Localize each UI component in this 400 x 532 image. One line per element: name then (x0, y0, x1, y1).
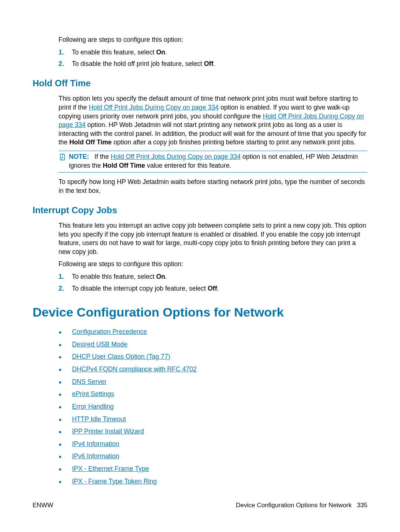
toc-link[interactable]: Desired USB Mode (72, 340, 127, 349)
hold-paragraph-2: To specify how long HP Web Jetadmin wait… (59, 178, 367, 195)
step-number: 1. (59, 272, 72, 281)
heading-device-config-network: Device Configuration Options for Network (33, 304, 367, 321)
toc-link[interactable]: IPX - Frame Type Token Ring (72, 477, 157, 486)
footer-right: Device Configuration Options for Network… (236, 501, 367, 510)
bullet-icon: ● (59, 379, 61, 386)
bullet-icon: ● (59, 478, 61, 485)
toc-link[interactable]: HTTP Idle Timeout (72, 415, 126, 424)
steps-list-2: 1. To enable this feature, select On. 2.… (59, 272, 367, 293)
step-number: 1. (59, 48, 72, 57)
toc-link[interactable]: Error Handling (72, 402, 114, 411)
toc-item: ●Error Handling (59, 402, 367, 411)
toc-link[interactable]: DNS Server (72, 378, 106, 387)
toc-item: ●IPX - Frame Type Token Ring (59, 477, 367, 486)
toc-item: ●Configuration Precedence (59, 328, 367, 337)
step-1: 1. To enable this feature, select On. (59, 48, 367, 57)
step-1: 1. To enable this feature, select On. (59, 272, 367, 281)
toc-item: ●HTTP Idle Timeout (59, 415, 367, 424)
bullet-icon: ● (59, 329, 61, 336)
heading-hold-off-time: Hold Off Time (33, 77, 367, 89)
toc-link[interactable]: IPX - Ethernet Frame Type (72, 465, 149, 474)
bullet-icon: ● (59, 428, 61, 435)
note-body: NOTE: If the Hold Off Print Jobs During … (69, 153, 367, 170)
bullet-icon: ● (59, 366, 61, 373)
hold-paragraph-1: This option lets you specify the default… (59, 94, 367, 147)
bullet-icon: ● (59, 404, 61, 411)
toc-link[interactable]: IPv6 Information (72, 452, 119, 461)
toc-item: ●DHCP User Class Option (Tag 77) (59, 352, 367, 361)
bullet-icon: ● (59, 416, 61, 423)
toc-link[interactable]: DHCPv4 FQDN compliance with RFC 4702 (72, 365, 197, 374)
link-hold-off-print-jobs-note[interactable]: Hold Off Print Jobs During Copy on page … (111, 153, 241, 160)
step-number: 2. (59, 60, 72, 68)
page-content: Following are steps to configure this op… (0, 0, 400, 504)
toc-link[interactable]: DHCP User Class Option (Tag 77) (72, 352, 170, 361)
steps-list-1: 1. To enable this feature, select On. 2.… (59, 48, 367, 68)
toc-link[interactable]: IPP Printer Install Wizard (72, 427, 144, 436)
toc-item: ●IPv6 Information (59, 452, 367, 461)
interrupt-paragraph-2: Following are steps to configure this op… (59, 260, 367, 269)
toc-item: ●Desired USB Mode (59, 340, 367, 349)
step-2: 2. To disable the hold off print job fea… (59, 60, 367, 68)
toc-item: ●IPv4 Information (59, 440, 367, 449)
page-footer: ENWW Device Configuration Options for Ne… (33, 501, 367, 510)
step-2: 2. To disable the interrupt copy job fea… (59, 284, 367, 293)
interrupt-paragraph-1: This feature lets you interrupt an activ… (59, 221, 367, 257)
bullet-icon: ● (59, 466, 61, 473)
bullet-icon: ● (59, 341, 61, 348)
toc-link[interactable]: Configuration Precedence (72, 328, 147, 337)
footer-left: ENWW (33, 501, 53, 510)
toc-item: ●ePrint Settings (59, 390, 367, 399)
toc-list: ●Configuration Precedence●Desired USB Mo… (59, 328, 367, 486)
toc-item: ●IPP Printer Install Wizard (59, 427, 367, 436)
bullet-icon: ● (59, 441, 61, 448)
step-number: 2. (59, 284, 72, 293)
step-text: To disable the interrupt copy job featur… (72, 284, 219, 293)
toc-link[interactable]: ePrint Settings (72, 390, 114, 399)
link-hold-off-print-jobs-1[interactable]: Hold Off Print Jobs During Copy on page … (89, 104, 219, 111)
note-icon (59, 153, 69, 170)
intro-text: Following are steps to configure this op… (59, 36, 367, 44)
note-box: NOTE: If the Hold Off Print Jobs During … (59, 151, 367, 173)
toc-link[interactable]: IPv4 Information (72, 440, 119, 449)
toc-item: ●DNS Server (59, 378, 367, 387)
toc-item: ●IPX - Ethernet Frame Type (59, 465, 367, 474)
bullet-icon: ● (59, 354, 61, 361)
bullet-icon: ● (59, 391, 61, 398)
step-text: To enable this feature, select On. (72, 48, 167, 57)
toc-item: ●DHCPv4 FQDN compliance with RFC 4702 (59, 365, 367, 374)
note-label: NOTE: (69, 153, 89, 160)
bullet-icon: ● (59, 453, 61, 460)
step-text: To disable the hold off print job featur… (72, 60, 215, 68)
step-text: To enable this feature, select On. (72, 272, 167, 281)
heading-interrupt-copy-jobs: Interrupt Copy Jobs (33, 204, 367, 216)
